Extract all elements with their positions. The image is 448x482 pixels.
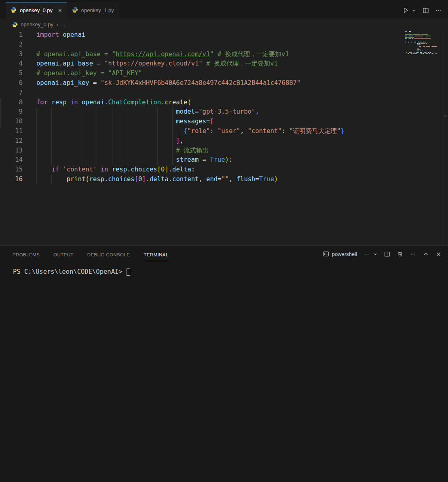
line-number: 1 bbox=[0, 30, 23, 40]
minimap-line bbox=[405, 51, 437, 51]
tab-output[interactable]: OUTPUT bbox=[53, 247, 74, 261]
minimap-line bbox=[405, 48, 437, 49]
minimap-line bbox=[405, 31, 437, 32]
minimap-line bbox=[405, 49, 437, 50]
scrollbar-edge bbox=[444, 30, 444, 245]
code-line-14[interactable]: stream = True): bbox=[36, 155, 448, 165]
minimap-line bbox=[405, 53, 437, 54]
line-number: 15 bbox=[0, 165, 23, 175]
code-line-3[interactable]: # openai.api_base = "https://api.openai.… bbox=[36, 50, 448, 59]
shell-label: powershell bbox=[332, 251, 357, 257]
line-number: 9 bbox=[0, 107, 23, 117]
terminal-icon bbox=[323, 251, 329, 257]
editor-left-decoration bbox=[0, 98, 1, 127]
tab-label: openkey_1.py bbox=[81, 7, 114, 13]
python-file-icon bbox=[72, 7, 78, 14]
code-line-1[interactable]: import openai bbox=[36, 30, 448, 40]
tab-openkey_0[interactable]: openkey_0.py × bbox=[6, 2, 67, 19]
python-file-icon bbox=[11, 7, 17, 14]
tab-terminal[interactable]: TERMINAL bbox=[143, 247, 169, 261]
minimap-line bbox=[405, 46, 437, 47]
editor-tab-bar: openkey_0.py × openkey_1.py bbox=[0, 0, 448, 19]
minimap[interactable] bbox=[405, 31, 437, 55]
maximize-panel-icon[interactable] bbox=[423, 251, 429, 257]
more-actions-icon[interactable] bbox=[435, 7, 442, 14]
line-number: 6 bbox=[0, 78, 23, 88]
breadcrumb-more[interactable]: ... bbox=[61, 21, 66, 27]
minimap-line bbox=[405, 36, 437, 36]
line-number: 12 bbox=[0, 136, 23, 146]
minimap-line bbox=[405, 44, 437, 45]
editor[interactable]: 12345678910111213141516 import openai# o… bbox=[0, 30, 448, 245]
tab-debug-console[interactable]: DEBUG CONSOLE bbox=[87, 247, 131, 261]
gutter: 12345678910111213141516 bbox=[0, 30, 23, 245]
code-line-13[interactable]: # 流式输出 bbox=[36, 146, 448, 156]
tab-openkey_1[interactable]: openkey_1.py bbox=[67, 2, 119, 19]
code-line-5[interactable]: # openai.api_key = "API_KEY" bbox=[36, 69, 448, 78]
minimap-line bbox=[405, 40, 437, 41]
line-number: 16 bbox=[0, 175, 23, 184]
overview-ruler-mark bbox=[444, 115, 447, 116]
code-line-8[interactable]: for resp in openai.ChatCompletion.create… bbox=[36, 98, 448, 108]
panel-tabs: PROBLEMS OUTPUT DEBUG CONSOLE TERMINAL bbox=[12, 247, 169, 261]
code-line-2[interactable] bbox=[36, 40, 448, 50]
minimap-line bbox=[405, 52, 437, 53]
new-terminal-icon[interactable] bbox=[364, 251, 370, 257]
tab-label: openkey_0.py bbox=[20, 7, 53, 13]
launch-profile-chevron-icon[interactable] bbox=[373, 252, 377, 256]
close-panel-icon[interactable] bbox=[435, 251, 442, 257]
terminal[interactable]: PS C:\Users\leon\CODE\OpenAI> bbox=[0, 262, 448, 276]
line-number: 7 bbox=[0, 88, 23, 98]
terminal-toolbar: powershell bbox=[323, 251, 442, 257]
breadcrumb: openkey_0.py › ... bbox=[0, 19, 448, 30]
code-line-11[interactable]: {"role": "user", "content": "证明费马大定理"} bbox=[36, 127, 448, 136]
bottom-panel: PROBLEMS OUTPUT DEBUG CONSOLE TERMINAL p… bbox=[0, 245, 448, 482]
terminal-cursor bbox=[127, 268, 130, 276]
code-line-7[interactable] bbox=[36, 88, 448, 98]
kill-terminal-icon[interactable] bbox=[397, 251, 403, 257]
code-line-4[interactable]: openai.api_base = "https://openkey.cloud… bbox=[36, 59, 448, 69]
minimap-line bbox=[405, 42, 437, 42]
run-icon[interactable] bbox=[402, 7, 409, 14]
code-area[interactable]: import openai# openai.api_base = "https:… bbox=[36, 30, 448, 245]
line-number: 13 bbox=[0, 146, 23, 156]
terminal-prompt: PS C:\Users\leon\CODE\OpenAI> bbox=[13, 268, 123, 276]
close-tab-icon[interactable]: × bbox=[58, 7, 62, 13]
panel-more-icon[interactable] bbox=[410, 251, 416, 257]
code-line-16[interactable]: print(resp.choices[0].delta.content, end… bbox=[36, 175, 448, 184]
code-line-10[interactable]: messages=[ bbox=[36, 117, 448, 127]
python-file-icon bbox=[12, 22, 18, 27]
code-line-12[interactable]: ], bbox=[36, 136, 448, 146]
minimap-line bbox=[405, 38, 437, 39]
tab-problems[interactable]: PROBLEMS bbox=[12, 247, 40, 261]
line-number: 3 bbox=[0, 50, 23, 59]
minimap-line bbox=[405, 33, 437, 34]
breadcrumb-file[interactable]: openkey_0.py bbox=[21, 21, 53, 27]
line-number: 5 bbox=[0, 69, 23, 78]
minimap-line bbox=[405, 37, 437, 38]
panel-header: PROBLEMS OUTPUT DEBUG CONSOLE TERMINAL p… bbox=[0, 246, 448, 262]
split-editor-icon[interactable] bbox=[423, 7, 429, 14]
line-number: 2 bbox=[0, 40, 23, 50]
line-number: 8 bbox=[0, 98, 23, 108]
minimap-line bbox=[405, 43, 437, 44]
code-line-9[interactable]: model="gpt-3.5-turbo", bbox=[36, 107, 448, 117]
split-terminal-icon[interactable] bbox=[384, 251, 390, 257]
line-number: 14 bbox=[0, 155, 23, 165]
code-line-15[interactable]: if 'content' in resp.choices[0].delta: bbox=[36, 165, 448, 175]
minimap-line bbox=[405, 34, 437, 35]
line-number: 11 bbox=[0, 127, 23, 136]
line-number: 10 bbox=[0, 117, 23, 127]
line-number: 4 bbox=[0, 59, 23, 69]
shell-selector[interactable]: powershell bbox=[323, 251, 357, 257]
breadcrumb-separator: › bbox=[56, 21, 58, 28]
run-dropdown-chevron-icon[interactable] bbox=[412, 8, 416, 13]
editor-actions bbox=[402, 7, 448, 19]
code-line-6[interactable]: openai.api_key = "sk-JdKYK4xHHVF6b40A6e7… bbox=[36, 78, 448, 88]
